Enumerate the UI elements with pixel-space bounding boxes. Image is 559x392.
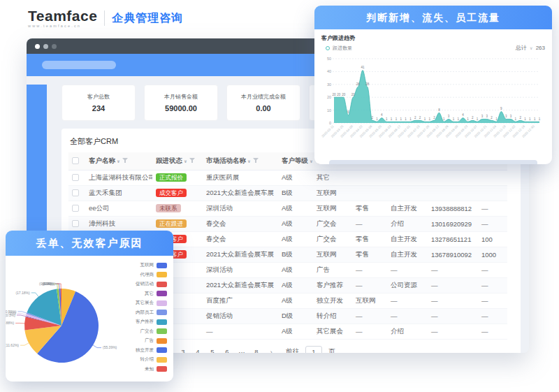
sort-caret-icon[interactable]: ∨	[310, 159, 313, 164]
chevron-down-icon[interactable]: ∨	[530, 46, 532, 50]
svg-text:1: 1	[400, 117, 402, 121]
legend-swatch-icon[interactable]	[157, 328, 167, 334]
window-dot-icon[interactable]	[43, 44, 48, 49]
table-cell: 2021大众新造会展车展	[203, 185, 278, 201]
table-cell	[478, 185, 507, 201]
page-button[interactable]: 4	[194, 348, 202, 354]
filter-funnel-icon[interactable]	[253, 158, 259, 164]
page-button[interactable]: 5	[208, 348, 217, 354]
series-legend-label[interactable]: 跟进数量	[333, 45, 352, 52]
legend-swatch-icon[interactable]	[157, 338, 167, 344]
sort-caret-icon[interactable]: ∨	[184, 159, 187, 164]
svg-text:1: 1	[391, 117, 393, 121]
pie-legend-item[interactable]: 内部员工	[136, 310, 167, 316]
table-cell: 其它	[313, 170, 352, 185]
window-dot-icon[interactable]	[52, 44, 57, 49]
address-bar[interactable]	[42, 61, 116, 69]
svg-text:3: 3	[448, 115, 450, 118]
svg-text:(17.18%): (17.18%)	[15, 291, 30, 295]
customer-name-cell[interactable]: 蓝天禾集团	[85, 185, 152, 201]
svg-text:(0.59%): (0.59%)	[6, 310, 17, 314]
row-checkbox-cell	[68, 185, 85, 201]
legend-swatch-icon[interactable]	[157, 263, 167, 268]
svg-text:10: 10	[327, 108, 331, 112]
row-checkbox[interactable]	[72, 205, 79, 212]
pie-legend-label: 其它展会	[136, 300, 154, 306]
stat-card[interactable]: 本月销售金额59000.00	[144, 85, 218, 121]
column-header[interactable]: 跟进状态∨	[152, 152, 203, 170]
brand-url: www.teamface.cn	[28, 24, 97, 29]
filter-funnel-icon[interactable]	[189, 158, 195, 164]
select-all-checkbox[interactable]	[72, 157, 79, 164]
table-cell: 春交会	[203, 216, 278, 231]
customer-name-cell[interactable]: ee公司	[85, 201, 152, 216]
sort-caret-icon[interactable]: ∨	[117, 159, 120, 164]
legend-swatch-icon[interactable]	[157, 347, 167, 353]
goto-page-input[interactable]	[305, 346, 322, 354]
svg-text:41: 41	[361, 66, 365, 69]
table-cell: 广交会	[313, 216, 352, 231]
legend-swatch-icon[interactable]	[157, 366, 167, 372]
pie-legend-item[interactable]: 转介绍	[136, 356, 167, 363]
customer-name-cell[interactable]: 漳州科技	[85, 216, 152, 231]
pie-legend-item[interactable]: 广告	[136, 337, 167, 344]
pie-chart: (55.39%)(11.62%)(5.88%)(0.3%)(1%)(0.59%)…	[6, 257, 130, 382]
pie-legend-item[interactable]: 独立开发	[136, 347, 167, 354]
chart-total-value: 263	[536, 45, 545, 51]
datazoom-slider[interactable]	[329, 160, 537, 164]
sort-caret-icon[interactable]: ∨	[247, 159, 251, 164]
legend-swatch-icon[interactable]	[157, 272, 167, 277]
legend-swatch-icon[interactable]	[157, 310, 167, 315]
pie-legend-item[interactable]: 未知	[136, 366, 167, 372]
svg-text:20: 20	[327, 95, 331, 99]
table-cell: 13938888812	[428, 201, 478, 216]
legend-swatch-icon[interactable]	[157, 300, 167, 306]
window-dot-icon[interactable]	[35, 44, 40, 49]
legend-swatch-icon[interactable]	[157, 291, 167, 296]
svg-text:1: 1	[524, 117, 526, 121]
page-button[interactable]: 6	[223, 348, 231, 354]
table-cell	[428, 170, 478, 185]
pie-legend-label: 广交会	[140, 328, 154, 335]
table-cell: 促销活动	[203, 308, 278, 324]
pie-legend-label: 客户推荐	[136, 319, 154, 325]
table-cell: —	[478, 308, 507, 324]
pie-legend-item[interactable]: 代理商	[136, 272, 167, 278]
table-cell: 广交会	[313, 231, 352, 247]
svg-text:20: 20	[337, 93, 341, 96]
pie-legend-item[interactable]: 促销活动	[136, 281, 167, 287]
column-header[interactable]: 客户等级∨	[278, 152, 313, 170]
series-legend-marker-icon[interactable]	[326, 46, 330, 50]
svg-text:(11.62%): (11.62%)	[6, 343, 19, 347]
row-checkbox[interactable]	[72, 174, 79, 181]
column-header[interactable]: 客户名称∨	[85, 152, 152, 170]
pie-legend-item[interactable]: 其它	[136, 291, 167, 297]
pie-legend-item[interactable]: 其它展会	[136, 300, 167, 306]
table-cell: A级	[278, 170, 313, 185]
table-cell: 介绍	[387, 324, 428, 339]
stat-card[interactable]: 本月业绩完成金额0.00	[226, 85, 300, 121]
table-cell: 转介绍	[313, 308, 352, 324]
pie-legend-item[interactable]: 客户推荐	[136, 319, 167, 325]
svg-text:20: 20	[342, 93, 346, 96]
row-checkbox[interactable]	[72, 220, 79, 227]
pie-legend-item[interactable]: 广交会	[136, 328, 167, 335]
customer-name-cell[interactable]: 上海蓝湖科技有限公司	[85, 170, 152, 185]
row-checkbox[interactable]	[72, 189, 79, 196]
filter-funnel-icon[interactable]	[122, 158, 128, 164]
page-button[interactable]: ···	[238, 348, 246, 354]
legend-swatch-icon[interactable]	[157, 282, 167, 287]
table-row: ee公司未联系深圳活动A级互联网零售自主开发13938888812—	[68, 201, 507, 216]
page-button[interactable]: 8	[252, 348, 261, 354]
chart-total: 总计 ∨ 263	[516, 44, 545, 52]
legend-swatch-icon[interactable]	[157, 319, 167, 325]
page-button[interactable]: 3	[179, 348, 187, 354]
column-header[interactable]: 市场活动名称∨	[203, 152, 278, 170]
stat-card[interactable]: 客户总数234	[61, 85, 136, 121]
table-cell: —	[428, 324, 478, 339]
table-cell: —	[203, 324, 278, 339]
pie-legend-item[interactable]: 互联网	[136, 262, 167, 268]
legend-swatch-icon[interactable]	[157, 357, 167, 363]
next-page-button[interactable]: ›	[267, 348, 275, 354]
table-cell: —	[478, 293, 507, 308]
